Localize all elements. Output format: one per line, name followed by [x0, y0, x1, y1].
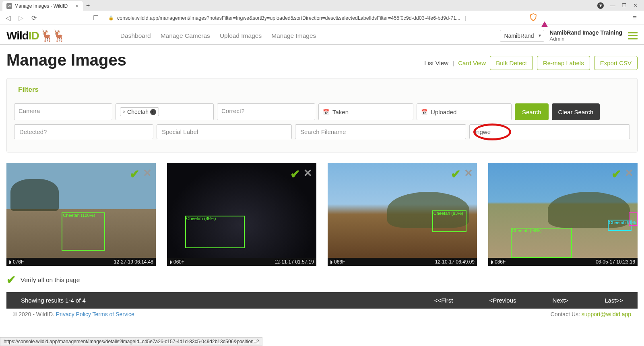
results-count: Showing results 1-4 of 4 [21, 297, 86, 304]
forward-button[interactable]: ▷ [17, 14, 25, 22]
app-header: WildID🦌🦌 DashboardManage CamerasUpload I… [0, 25, 644, 45]
reload-button[interactable]: ⟳ [30, 14, 38, 22]
species-filter[interactable]: × Cheetah + [116, 103, 214, 120]
privacy-link[interactable]: Privacy Policy [56, 311, 91, 317]
reject-icon[interactable]: ✕ [303, 167, 312, 181]
maximize-button[interactable]: ❐ [622, 2, 627, 9]
check-icon: ✔ [6, 273, 16, 286]
image-grid: ✔✕Cheetah (100%)◗076F12-27-19 06:14:48✔✕… [6, 163, 638, 266]
copyright: © 2020 - WildID. Privacy Policy Terms of… [13, 311, 134, 317]
reject-icon[interactable]: ✕ [625, 167, 634, 181]
close-window-button[interactable]: ✕ [633, 2, 638, 9]
detection-label: Cheetah (93%) [433, 211, 464, 216]
page-prev[interactable]: <Previous [489, 297, 516, 304]
search-button[interactable]: Search [515, 103, 549, 120]
correct-filter[interactable] [217, 103, 315, 120]
nav-manage-images[interactable]: Manage Images [271, 32, 316, 39]
browser-tab[interactable]: W Manage Images - WildID × [2, 1, 83, 11]
contact-info: Contact Us: support@wildid.app [551, 311, 631, 317]
image-card[interactable]: ✔✕Cheetah (99%)Cheetah 91%◗086F06-05-17 … [488, 163, 638, 266]
footer: © 2020 - WildID. Privacy Policy Terms of… [6, 309, 638, 317]
account-icon[interactable]: ▾ [597, 2, 604, 9]
calendar-icon: 📅 [323, 109, 329, 115]
org-select-wrap: NamibRand [500, 30, 544, 42]
page-first[interactable]: <<First [434, 297, 453, 304]
list-view-link[interactable]: List View [424, 60, 448, 66]
nav-dashboard[interactable]: Dashboard [120, 32, 151, 39]
terms-link[interactable]: Terms of Service [93, 311, 134, 317]
pagination-bar: Showing results 1-4 of 4 <<First <Previo… [6, 292, 638, 309]
reject-icon[interactable]: ✕ [143, 167, 152, 181]
brave-rewards-icon[interactable] [541, 15, 548, 21]
browser-menu-icon[interactable]: ≡ [632, 14, 637, 22]
card-view-link[interactable]: Card View [458, 60, 486, 66]
hamburger-menu[interactable] [628, 32, 638, 39]
close-tab-icon[interactable]: × [76, 3, 79, 9]
page-next[interactable]: Next> [553, 297, 569, 304]
image-meta-strip: ◗060F12-11-17 01:57:19 [167, 258, 316, 266]
remap-labels-button[interactable]: Re-map Labels [537, 56, 590, 70]
brave-shield-icon[interactable] [529, 13, 537, 23]
page-last[interactable]: Last>> [605, 297, 623, 304]
contact-email[interactable]: support@wildid.app [582, 311, 631, 317]
user-role: Admin [550, 36, 622, 42]
minimize-button[interactable]: — [610, 2, 615, 9]
taken-date-filter[interactable]: 📅 Taken [318, 103, 413, 120]
uploaded-date-filter[interactable]: 📅 Uploaded [417, 103, 512, 120]
detection-box: Cheetah (93%) [432, 210, 466, 232]
reject-icon[interactable]: ✕ [464, 167, 473, 181]
remove-tag-icon[interactable]: × [123, 109, 126, 115]
url-separator: | [465, 15, 466, 21]
org-name: NamibRand Image Training [550, 29, 622, 36]
main-nav: DashboardManage CamerasUpload ImagesMana… [120, 32, 316, 39]
add-tag-icon[interactable]: + [150, 109, 156, 115]
image-card[interactable]: ✔✕Cheetah (100%)◗076F12-27-19 06:14:48 [6, 163, 156, 266]
verify-icon[interactable]: ✔ [130, 167, 140, 181]
clear-search-button[interactable]: Clear Search [552, 103, 600, 120]
url-text: console.wildid.app/management/images?not… [117, 15, 460, 21]
tab-title: Manage Images - WildID [14, 3, 73, 9]
verify-icon[interactable]: ✔ [611, 167, 621, 181]
lock-icon: 🔒 [108, 15, 114, 21]
browser-toolbar: ◁ ▷ ⟳ ☐ 🔒 console.wildid.app/management/… [0, 11, 644, 25]
detection-box [629, 212, 638, 226]
user-block: NamibRand Image Training Admin [550, 29, 622, 42]
page-title: Manage Images [6, 51, 126, 69]
nav-upload-images[interactable]: Upload Images [220, 32, 262, 39]
detection-box: Cheetah (100%) [62, 212, 105, 251]
detection-label: Cheetah (100%) [62, 213, 96, 218]
bookmark-icon[interactable]: ☐ [91, 14, 100, 22]
detection-box: Cheetah (99%) [511, 228, 572, 257]
browser-tab-bar: W Manage Images - WildID × + ▾ — ❐ ✕ [0, 0, 644, 11]
logo[interactable]: WildID🦌🦌 [6, 29, 64, 42]
detection-label: Cheetah (99%) [511, 228, 543, 233]
new-tab-button[interactable]: + [86, 2, 90, 9]
detected-filter[interactable] [14, 124, 153, 139]
verify-all-row[interactable]: ✔ Verify all on this page [6, 273, 638, 286]
filename-filter[interactable] [295, 124, 466, 139]
calendar-icon: 📅 [421, 109, 427, 115]
address-bar[interactable]: 🔒 console.wildid.app/management/images?n… [105, 15, 524, 21]
camera-filter[interactable] [14, 103, 112, 120]
favicon-icon: W [6, 3, 12, 9]
export-csv-button[interactable]: Export CSV [594, 56, 638, 70]
detection-box: Cheetah 91% [608, 220, 632, 231]
detection-box: Cheetah (86%) [185, 216, 245, 249]
org-select[interactable]: NamibRand [500, 30, 544, 42]
image-meta-strip: ◗066F12-10-17 06:49:09 [328, 258, 477, 266]
image-meta-strip: ◗076F12-27-19 06:14:48 [6, 258, 156, 266]
image-card[interactable]: ✔✕Cheetah (86%)◗060F12-11-17 01:57:19 [167, 163, 316, 266]
species-tag-chip[interactable]: × Cheetah + [120, 107, 159, 116]
special-label-filter[interactable] [157, 124, 292, 139]
notes-filter[interactable] [469, 124, 630, 139]
filters-title: Filters [14, 86, 630, 94]
verify-icon[interactable]: ✔ [451, 167, 461, 181]
image-card[interactable]: ✔✕Cheetah (93%)◗066F12-10-17 06:49:09 [328, 163, 477, 266]
verify-icon[interactable]: ✔ [290, 167, 300, 181]
nav-manage-cameras[interactable]: Manage Cameras [161, 32, 210, 39]
window-controls: ▾ — ❐ ✕ [597, 2, 642, 9]
bulk-detect-button[interactable]: Bulk Detect [490, 56, 533, 70]
image-meta-strip: ◗086F06-05-17 10:23:16 [488, 258, 638, 266]
back-button[interactable]: ◁ [4, 14, 12, 22]
view-toggle: List View | Card View [424, 60, 486, 66]
